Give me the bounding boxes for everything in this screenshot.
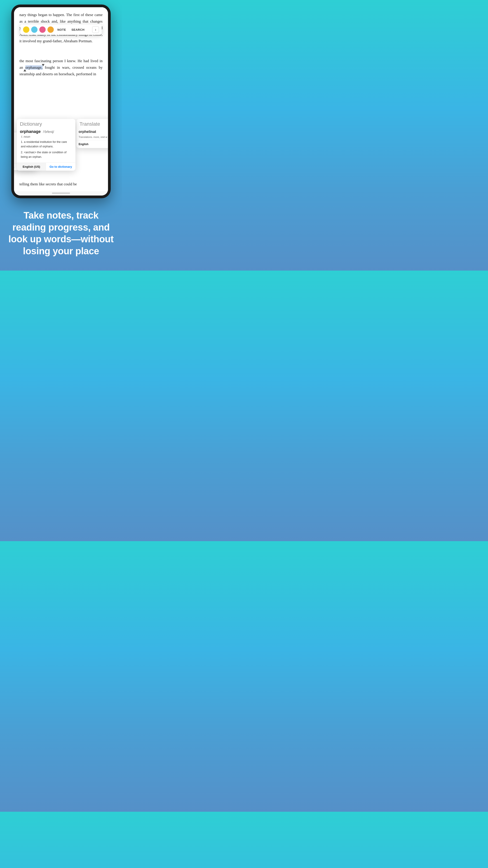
highlight-color-yellow[interactable] — [23, 26, 29, 33]
dictionary-card: Dictionary orphanage /'ôrfenij/ I. noun … — [17, 119, 75, 170]
highlight-toolbar: NOTE SEARCH › — [20, 24, 102, 35]
selection-handle-left — [24, 69, 26, 71]
dictionary-definition-1: 1. a residential institution for the car… — [20, 140, 72, 149]
home-indicator — [52, 193, 70, 194]
book-text-bottom: telling them like secrets that could be — [20, 181, 103, 188]
translate-body: orphelinat Translations. more, visit w — [76, 128, 108, 140]
phone-screen: nary things began to happen. The first o… — [14, 7, 108, 195]
dictionary-footer: English (US) Go to dictionary — [17, 162, 75, 170]
book-text-bottom-area: telling them like secrets that could be — [14, 179, 108, 191]
app-container: nary things began to happen. The first o… — [0, 0, 122, 271]
headline-section: Take notes, track reading progress, and … — [0, 198, 122, 271]
translate-word: orphelinat — [78, 129, 108, 134]
selection-handle-right — [42, 64, 44, 66]
headline-text: Take notes, track reading progress, and … — [7, 210, 115, 257]
translate-language-button[interactable]: English — [76, 140, 108, 148]
dictionary-phonetic: /'ôrfenij/ — [43, 130, 54, 133]
translate-header-label: Translate — [76, 119, 108, 128]
highlighted-word: orphanage, — [25, 65, 43, 70]
translate-card: Translate orphelinat Translations. more,… — [76, 119, 108, 148]
search-button[interactable]: SEARCH — [70, 27, 86, 32]
translate-subtext: Translations. more, visit w — [78, 135, 108, 139]
highlight-color-blue[interactable] — [31, 26, 37, 33]
book-text-middle-area: the most fascinating person I knew. He h… — [14, 46, 108, 80]
phone-wrapper: nary things began to happen. The first o… — [0, 0, 122, 198]
highlight-color-pink[interactable] — [39, 26, 46, 33]
chevron-right-icon: › — [95, 27, 96, 32]
nav-bar — [14, 191, 108, 195]
dictionary-word: orphanage — [20, 129, 41, 134]
book-text-middle: the most fascinating person I knew. He h… — [20, 58, 103, 78]
go-to-dictionary-button[interactable]: Go to dictionary — [46, 163, 75, 170]
phone-frame: nary things began to happen. The first o… — [11, 4, 111, 198]
dictionary-body: orphanage /'ôrfenij/ I. noun 1. a reside… — [17, 128, 75, 162]
dictionary-definition-2: 2. <archaic> the state or condition of b… — [20, 150, 72, 159]
dictionary-language-button[interactable]: English (US) — [17, 163, 46, 170]
dictionary-pos: I. noun — [21, 135, 72, 138]
highlight-color-orange[interactable] — [47, 26, 54, 33]
toolbar-more-button[interactable]: › — [92, 26, 99, 33]
note-button[interactable]: NOTE — [56, 27, 68, 32]
dictionary-header-label: Dictionary — [17, 119, 75, 128]
